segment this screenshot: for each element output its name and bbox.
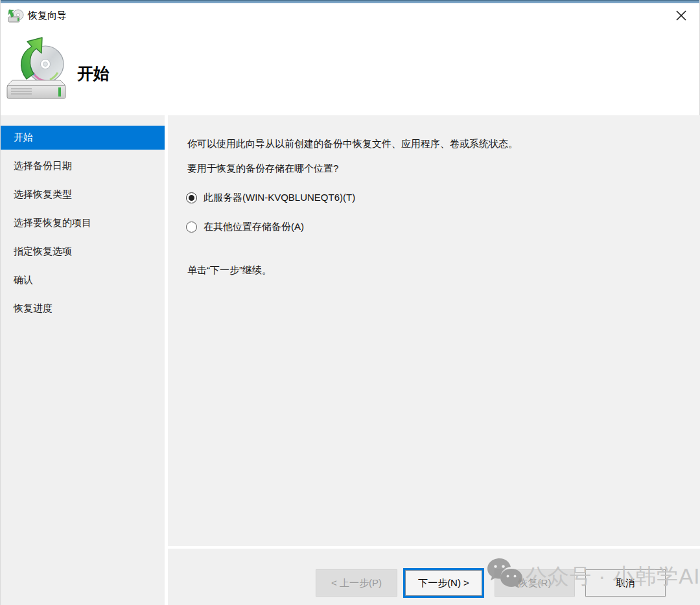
close-icon <box>674 8 688 25</box>
page-title: 开始 <box>77 63 110 84</box>
wizard-header: 开始 <box>1 30 699 115</box>
sidebar-item-select-items-to-recover: 选择要恢复的项目 <box>1 211 165 235</box>
backup-restore-icon-large <box>5 34 69 104</box>
window-title: 恢复向导 <box>28 10 67 22</box>
recover-button: 恢复(R) <box>495 569 575 597</box>
button-bar: < 上一步(P) 下一步(N) > 恢复(R) 取消 <box>168 549 700 605</box>
option-other-location[interactable]: 在其他位置存储备份(A) <box>186 221 304 233</box>
cancel-button[interactable]: 取消 <box>585 569 666 597</box>
next-step-hint: 单击“下一步”继续。 <box>187 264 272 277</box>
wizard-content: 你可以使用此向导从以前创建的备份中恢复文件、应用程序、卷或系统状态。 要用于恢复… <box>168 115 700 546</box>
option-this-server[interactable]: 此服务器(WIN-KVQBLUNEQT6)(T) <box>186 192 355 204</box>
radio-this-server[interactable] <box>186 192 197 203</box>
sidebar-item-getting-started: 开始 <box>1 126 165 150</box>
title-bar: 恢复向导 <box>1 3 699 30</box>
sidebar-item-select-recovery-type: 选择恢复类型 <box>1 183 165 207</box>
previous-button: < 上一步(P) <box>316 569 397 597</box>
radio-other-location[interactable] <box>186 222 197 233</box>
backup-location-question: 要用于恢复的备份存储在哪个位置? <box>187 163 338 175</box>
intro-text: 你可以使用此向导从以前创建的备份中恢复文件、应用程序、卷或系统状态。 <box>187 138 518 150</box>
sidebar-item-recovery-progress: 恢复进度 <box>1 297 165 321</box>
backup-restore-icon <box>7 8 25 27</box>
option-other-location-label: 在其他位置存储备份(A) <box>204 221 304 233</box>
sidebar-item-confirmation: 确认 <box>1 268 165 292</box>
sidebar-item-specify-recovery-options: 指定恢复选项 <box>1 240 165 264</box>
sidebar-item-select-backup-date: 选择备份日期 <box>1 154 165 178</box>
close-button[interactable] <box>668 6 694 28</box>
next-button[interactable]: 下一步(N) > <box>403 568 484 598</box>
option-this-server-label: 此服务器(WIN-KVQBLUNEQT6)(T) <box>204 192 355 204</box>
recovery-wizard-window: 恢复向导 <box>0 0 700 605</box>
wizard-steps-sidebar: 开始 选择备份日期 选择恢复类型 选择要恢复的项目 指定恢复选项 确认 恢复进度 <box>1 115 165 605</box>
